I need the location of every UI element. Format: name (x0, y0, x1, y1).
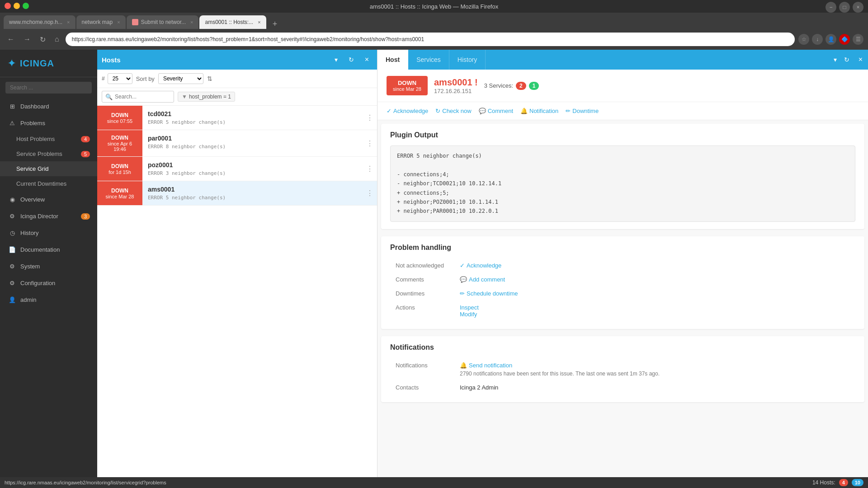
sidebar-item-admin[interactable]: 👤 admin (0, 291, 97, 308)
maximize-icon[interactable]: □ (839, 2, 850, 13)
action-check-now[interactable]: ↻ Check now (435, 108, 471, 114)
host-status-par0001: DOWN since Apr 6 19:46 (97, 130, 142, 156)
new-tab-button[interactable]: + (269, 19, 281, 29)
check-now-icon: ↻ (435, 108, 440, 114)
hosts-panel-close-btn[interactable]: × (361, 54, 373, 66)
sort-by-label: Sort by (136, 75, 155, 82)
tcd0021-action-btn[interactable]: ⋮ (363, 106, 377, 130)
sidebar-item-dashboard[interactable]: ⊞ Dashboard (0, 98, 97, 115)
par0001-action-btn[interactable]: ⋮ (363, 130, 377, 156)
sidebar-item-current-downtimes[interactable]: Current Downtimes (0, 176, 97, 191)
history-icon: ◷ (9, 230, 16, 236)
plugin-line-4: - neighbor;TCD0021;10 10.12.14.1 (397, 179, 849, 188)
ph-label-downtimes: Downtimes (391, 287, 454, 300)
dashboard-icon: ⊞ (9, 103, 16, 110)
host-item-ams0001[interactable]: DOWN since Mar 28 ams0001 ERROR 5 neighb… (97, 181, 377, 206)
host-item-tcd0021[interactable]: DOWN since 07:55 tcd0021 ERROR 5 neighbo… (97, 106, 377, 130)
sidebar-item-service-problems[interactable]: Service Problems 5 (0, 146, 97, 161)
host-item-poz0001[interactable]: DOWN for 1d 15h poz0001 ERROR 3 neighbor… (97, 157, 377, 181)
tab4-close[interactable]: × (258, 19, 260, 25)
hosts-sort-select[interactable]: Severity Name IP Address Last Check (158, 73, 203, 84)
ph-modify-link[interactable]: Modify (460, 311, 850, 318)
sidebar-item-configuration[interactable]: ⚙ Configuration (0, 275, 97, 291)
send-notification-link[interactable]: 🔔 Send notification (460, 362, 850, 369)
ph-add-comment-link[interactable]: 💬 Add comment (460, 276, 850, 283)
action-notification[interactable]: 🔔 Notification (520, 108, 558, 114)
browser-tab-4[interactable]: ams0001 :: Hosts:... × (199, 15, 266, 29)
sidebar-label-service-problems: Service Problems (16, 150, 62, 157)
plugin-line-2 (397, 160, 849, 169)
plugin-line-6: + neighbor;POZ0001;10 10.1.14.1 (397, 197, 849, 206)
ph-label-acknowledged: Not acknowledged (391, 259, 454, 272)
action-downtime[interactable]: ✏ Downtime (566, 108, 599, 114)
url-input[interactable] (66, 33, 795, 46)
sidebar-item-icinga-director[interactable]: ⚙ Icinga Director 3 (0, 208, 97, 225)
sort-direction-btn[interactable]: ⇅ (207, 75, 212, 82)
tab4-label: ams0001 :: Hosts:... (205, 19, 253, 25)
reload-button[interactable]: ↻ (37, 33, 48, 46)
tab1-close[interactable]: × (67, 19, 70, 25)
poz0001-action-btn[interactable]: ⋮ (363, 157, 377, 181)
browser-tab-3[interactable]: Submit to networ... × (127, 15, 199, 29)
ph-acknowledge-link[interactable]: ✓ Acknowledge (460, 262, 850, 269)
sidebar-item-history[interactable]: ◷ History (0, 225, 97, 241)
detail-refresh-btn[interactable]: ↻ (840, 54, 853, 65)
detail-services-count: 3 Services: 2 1 (484, 82, 539, 90)
menu-icon[interactable]: ☰ (853, 34, 863, 45)
problems-icon: ⚠ (9, 120, 16, 127)
back-button[interactable]: ← (5, 33, 17, 45)
host-item-par0001[interactable]: DOWN since Apr 6 19:46 par0001 ERROR 8 n… (97, 130, 377, 157)
detail-tab-host[interactable]: Host (377, 50, 408, 70)
tcd0021-desc: ERROR 5 neighbor change(s) (148, 119, 357, 125)
detail-tab-services[interactable]: Services (408, 50, 449, 70)
hosts-panel-refresh-btn[interactable]: ↻ (345, 54, 358, 65)
detail-host-name: ams0001 ! (434, 77, 478, 88)
close-window-icon[interactable]: × (853, 2, 863, 13)
ph-schedule-downtime-link[interactable]: ✏ Schedule downtime (460, 290, 850, 297)
minimize-icon[interactable]: − (826, 2, 836, 13)
sidebar-search-input[interactable] (5, 82, 92, 94)
tab2-close[interactable]: × (117, 19, 120, 25)
detail-dropdown-btn[interactable]: ▾ (830, 54, 840, 65)
ams0001-action-btn[interactable]: ⋮ (363, 181, 377, 205)
sidebar-search-container (0, 77, 97, 98)
browser-tab-2[interactable]: network map × (76, 15, 126, 29)
sidebar-label-host-problems: Host Problems (16, 136, 55, 142)
download-icon[interactable]: ↓ (812, 34, 823, 45)
tab3-close[interactable]: × (190, 19, 193, 25)
director-icon: ⚙ (9, 213, 16, 220)
sidebar-item-documentation[interactable]: 📄 Documentation (0, 241, 97, 258)
sidebar: ✦ ICINGA ⊞ Dashboard ⚠ Problems Host Pro… (0, 50, 97, 488)
sidebar-item-host-problems[interactable]: Host Problems 4 (0, 131, 97, 146)
profile-icon[interactable]: 👤 (826, 34, 836, 45)
sidebar-item-service-grid[interactable]: Service Grid (0, 161, 97, 176)
action-comment[interactable]: 💬 Comment (479, 108, 513, 114)
sidebar-item-system[interactable]: ⚙ System (0, 258, 97, 275)
send-notif-icon: 🔔 (460, 362, 467, 369)
extension-icon[interactable]: 🔷 (839, 34, 850, 45)
sidebar-item-overview[interactable]: ◉ Overview (0, 191, 97, 208)
sidebar-item-problems[interactable]: ⚠ Problems (0, 115, 97, 131)
bookmark-icon[interactable]: ☆ (798, 34, 809, 45)
home-button[interactable]: ⌂ (52, 33, 62, 45)
detail-close-btn[interactable]: × (853, 54, 868, 66)
hosts-list: DOWN since 07:55 tcd0021 ERROR 5 neighbo… (97, 106, 377, 488)
browser-tab-bar: www.mchome.nop.h... × network map × Subm… (0, 13, 868, 29)
detail-tab-history[interactable]: History (449, 50, 486, 70)
hosts-panel-dropdown-btn[interactable]: ▾ (331, 54, 341, 65)
browser-tab-1[interactable]: www.mchome.nop.h... × (4, 15, 75, 29)
action-acknowledge[interactable]: ✓ Acknowledge (387, 108, 428, 114)
ph-row-not-acknowledged: Not acknowledged ✓ Acknowledge (391, 259, 854, 272)
tcd0021-since: since 07:55 (107, 118, 132, 124)
detail-panel: Host Services History ▾ ↻ × DOWN since M… (377, 50, 868, 488)
docs-icon: 📄 (9, 246, 16, 253)
search-icon: 🔍 (105, 94, 113, 100)
detail-status-badge: DOWN since Mar 28 (387, 76, 428, 95)
ph-action-acknowledge: ✓ Acknowledge (455, 259, 854, 272)
ph-inspect-link[interactable]: Inspect (460, 304, 850, 311)
hosts-search-input[interactable] (102, 91, 174, 103)
problem-handling-section: Problem handling Not acknowledged ✓ Ackn… (381, 236, 864, 329)
icinga-logo-icon: ✦ (7, 57, 16, 70)
hosts-count-select[interactable]: 25 50 100 (108, 73, 132, 84)
forward-button[interactable]: → (21, 33, 33, 45)
